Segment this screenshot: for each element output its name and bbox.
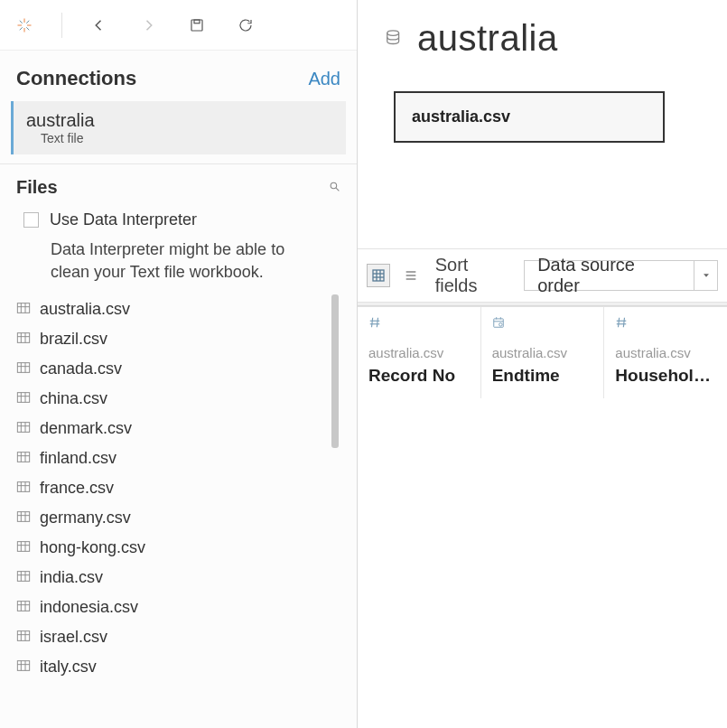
svg-line-4 xyxy=(20,20,23,23)
file-list: australia.csvbrazil.csvcanada.csvchina.c… xyxy=(13,294,340,682)
file-name: finland.csv xyxy=(40,449,117,468)
list-view-button[interactable] xyxy=(399,264,423,287)
file-name: indonesia.csv xyxy=(40,598,138,617)
data-interpreter-hint: Data Interpreter might be able to clean … xyxy=(51,238,322,284)
sort-fields-label: Sort fields xyxy=(435,255,515,296)
column-type-icon xyxy=(492,316,593,332)
data-interpreter-label: Use Data Interpreter xyxy=(50,210,197,229)
file-item[interactable]: france.csv xyxy=(13,473,324,503)
svg-line-7 xyxy=(20,27,23,30)
svg-rect-52 xyxy=(17,602,29,611)
grid-column[interactable]: australia.csvRecord No xyxy=(358,307,481,398)
svg-rect-16 xyxy=(17,333,29,343)
file-item[interactable]: finland.csv xyxy=(13,443,324,473)
svg-rect-65 xyxy=(373,270,384,281)
svg-line-73 xyxy=(372,318,373,328)
grid-toolbar: Sort fields Data source order xyxy=(358,248,727,303)
file-name: germany.csv xyxy=(40,509,131,527)
table-icon xyxy=(16,658,31,677)
sort-fields-select[interactable]: Data source order xyxy=(524,260,718,291)
svg-rect-24 xyxy=(17,393,29,403)
datasource-title-row: australia xyxy=(358,0,727,59)
svg-rect-12 xyxy=(17,303,29,313)
file-name: canada.csv xyxy=(40,359,122,378)
files-title: Files xyxy=(16,177,58,198)
table-icon xyxy=(16,509,31,527)
table-icon xyxy=(16,568,31,587)
app-logo-icon xyxy=(13,14,36,37)
file-item[interactable]: brazil.csv xyxy=(13,324,324,354)
connections-header: Connections Add xyxy=(0,51,357,101)
column-source: australia.csv xyxy=(615,345,716,360)
file-item[interactable]: china.csv xyxy=(13,384,324,414)
table-icon xyxy=(16,598,31,617)
data-grid: australia.csvRecord Noaustralia.csvEndti… xyxy=(358,306,727,398)
file-item[interactable]: indonesia.csv xyxy=(13,593,324,622)
svg-rect-56 xyxy=(17,631,29,641)
file-item[interactable]: italy.csv xyxy=(13,652,324,682)
svg-rect-8 xyxy=(191,20,202,31)
scrollbar-thumb[interactable] xyxy=(331,294,339,448)
file-item[interactable]: india.csv xyxy=(13,563,324,593)
file-item[interactable]: israel.csv xyxy=(13,622,324,652)
column-source: australia.csv xyxy=(492,345,593,360)
table-icon xyxy=(16,300,31,319)
data-interpreter-checkbox[interactable] xyxy=(23,212,39,228)
column-source: australia.csv xyxy=(368,345,470,360)
table-icon xyxy=(16,479,31,498)
svg-rect-48 xyxy=(17,572,29,582)
svg-rect-32 xyxy=(17,453,29,462)
column-field-name: Household ... xyxy=(615,366,716,386)
file-name: china.csv xyxy=(40,389,107,408)
connection-name: australia xyxy=(26,110,333,131)
search-icon[interactable] xyxy=(329,181,340,195)
grid-column[interactable]: australia.csvHousehold ... xyxy=(604,307,727,398)
top-toolbar xyxy=(0,0,357,51)
svg-rect-36 xyxy=(17,482,29,492)
table-icon xyxy=(16,419,31,438)
column-field-name: Endtime xyxy=(492,366,593,386)
file-name: brazil.csv xyxy=(40,330,107,349)
forward-button[interactable] xyxy=(136,14,160,37)
table-icon xyxy=(16,389,31,408)
file-item[interactable]: hong-kong.csv xyxy=(13,533,324,563)
file-name: india.csv xyxy=(40,568,103,587)
column-type-icon xyxy=(368,316,470,332)
database-icon[interactable] xyxy=(385,29,405,49)
back-button[interactable] xyxy=(88,14,111,37)
file-item[interactable]: denmark.csv xyxy=(13,414,324,443)
file-item[interactable]: germany.csv xyxy=(13,503,324,533)
svg-line-74 xyxy=(377,318,377,328)
svg-rect-28 xyxy=(17,423,29,433)
table-node[interactable]: australia.csv xyxy=(394,91,665,143)
join-canvas[interactable]: australia.csv xyxy=(358,59,727,248)
file-name: hong-kong.csv xyxy=(40,538,145,557)
svg-rect-20 xyxy=(17,363,29,373)
svg-line-6 xyxy=(26,20,29,23)
connection-type: Text file xyxy=(26,131,333,145)
svg-line-82 xyxy=(619,318,620,328)
refresh-button[interactable] xyxy=(234,14,257,37)
svg-line-11 xyxy=(336,188,339,191)
grid-column[interactable]: australia.csvEndtime xyxy=(481,307,605,398)
add-connection-link[interactable]: Add xyxy=(308,69,340,89)
save-button[interactable] xyxy=(185,14,209,37)
svg-rect-40 xyxy=(17,512,29,522)
toolbar-divider xyxy=(61,13,62,38)
file-name: italy.csv xyxy=(40,658,97,677)
file-item[interactable]: canada.csv xyxy=(13,354,324,384)
table-icon xyxy=(16,628,31,647)
table-icon xyxy=(16,538,31,557)
connection-item[interactable]: australia Text file xyxy=(11,101,346,154)
svg-rect-44 xyxy=(17,542,29,552)
grid-view-button[interactable] xyxy=(367,264,390,287)
column-type-icon xyxy=(615,316,716,332)
column-field-name: Record No xyxy=(368,366,470,386)
file-name: denmark.csv xyxy=(40,419,132,438)
file-item[interactable]: australia.csv xyxy=(13,294,324,324)
svg-point-10 xyxy=(331,182,337,189)
datasource-title[interactable]: australia xyxy=(417,18,558,59)
table-icon xyxy=(16,449,31,468)
sidebar: Connections Add australia Text file File… xyxy=(0,0,358,728)
files-section: Files Use Data Interpreter Data Interpre… xyxy=(0,163,357,728)
